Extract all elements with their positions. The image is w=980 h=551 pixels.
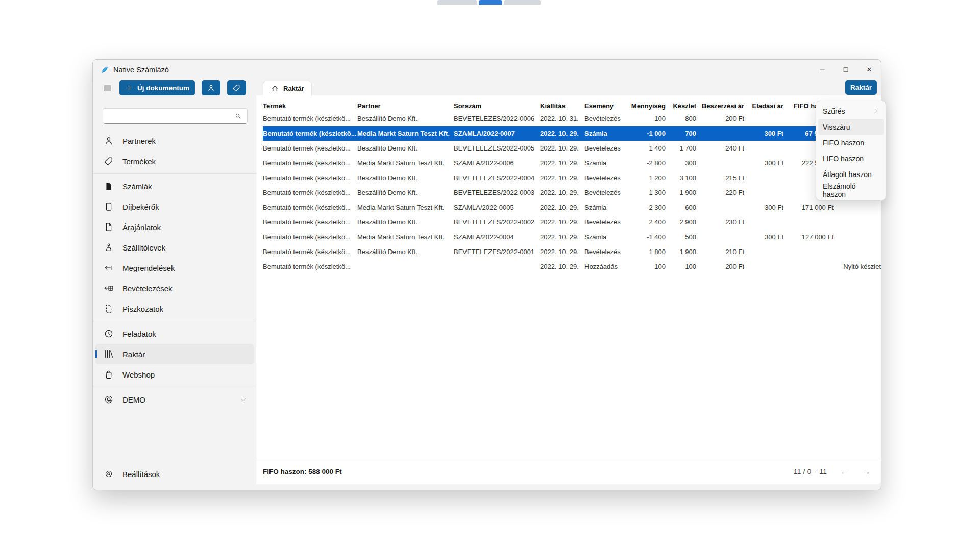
- main-area: Raktár Raktár TermékPartnerSorszámKiállí…: [256, 80, 881, 490]
- cell-keszlet: 800: [666, 115, 696, 122]
- menu-item-vissz-ru[interactable]: Visszáru: [818, 119, 884, 135]
- sidebar-item-raktar[interactable]: Raktár: [95, 344, 254, 364]
- next-page-icon[interactable]: →: [862, 467, 871, 477]
- sidebar-item-webshop[interactable]: Webshop: [95, 364, 254, 385]
- tab-label: Raktár: [283, 85, 304, 92]
- chevron-down-icon: [240, 396, 247, 403]
- hamburger-menu-button[interactable]: [98, 80, 116, 95]
- pagination-range: 11 / 0 – 11: [794, 468, 827, 475]
- products-quick-button[interactable]: [227, 80, 246, 95]
- cell-keszlet: 3 100: [666, 174, 696, 182]
- arrow-left-bar-icon: [104, 263, 114, 273]
- table-row[interactable]: Bemutató termék (készletkö...Media Markt…: [263, 156, 881, 170]
- sidebar-item-szamlak[interactable]: Számlák: [95, 176, 254, 196]
- close-icon[interactable]: ✕: [857, 60, 881, 79]
- sidebar-item-partnerek[interactable]: Partnerek: [95, 131, 254, 151]
- cell-termek: Bemutató termék (készletkö...: [263, 159, 357, 167]
- cell-kiallitas: 2022. 10. 29.: [540, 233, 584, 241]
- cell-mennyiseg: 1 400: [623, 144, 666, 152]
- cell-sorszam: BEVETELEZES/2022-0001: [454, 248, 540, 256]
- table-row[interactable]: Bemutató termék (készletkö...Media Markt…: [263, 200, 881, 215]
- cell-mennyiseg: 1 200: [623, 174, 666, 182]
- sidebar-toolbar: Új dokumentum: [98, 80, 256, 95]
- cell-esemeny: Számla: [584, 159, 623, 167]
- maximize-icon[interactable]: □: [834, 60, 857, 79]
- column-header-mennyiseg[interactable]: Mennyiség: [623, 102, 666, 110]
- cell-esemeny: Bevételezés: [584, 144, 623, 152]
- cell-partner: Beszállító Demo Kft.: [357, 248, 454, 256]
- sidebar-item-label: Termékek: [122, 157, 156, 166]
- search-input[interactable]: [103, 109, 234, 123]
- sidebar-item-feladatok[interactable]: Feladatok: [95, 323, 254, 344]
- table-row[interactable]: Bemutató termék (készletkö...Beszállító …: [263, 170, 881, 185]
- sidebar-item-megrendelesek[interactable]: Megrendelések: [95, 258, 254, 278]
- cell-keszlet: 300: [666, 159, 696, 167]
- cell-beszerzesi_ar: 215 Ft: [696, 174, 744, 182]
- cell-sorszam: BEVETELEZES/2022-0006: [454, 115, 540, 122]
- column-header-kiallitas[interactable]: Kiállítás: [540, 102, 584, 110]
- sidebar-item-label: DEMO: [122, 395, 145, 404]
- cell-termek: Bemutató termék (készletkö...: [263, 174, 357, 182]
- partners-quick-button[interactable]: [202, 80, 220, 95]
- hamburger-icon: [103, 83, 112, 93]
- tag-icon: [104, 156, 114, 166]
- cell-partner: Media Markt Saturn Teszt Kft.: [357, 159, 454, 167]
- menu-item-fifo-haszon[interactable]: FIFO haszon: [818, 135, 884, 151]
- menu-item-elsz-mol-haszon[interactable]: Elszámoló haszon: [818, 182, 884, 198]
- table-row[interactable]: Bemutató termék (készletkö...Media Markt…: [263, 126, 881, 141]
- sidebar-item-bevetelezesek[interactable]: Bevételezések: [95, 278, 254, 298]
- table-header: TermékPartnerSorszámKiállításEseményMenn…: [263, 100, 881, 111]
- sidebar-item-piszkozatok[interactable]: Piszkozatok: [95, 298, 254, 319]
- new-document-button[interactable]: Új dokumentum: [119, 80, 195, 95]
- column-header-sorszam[interactable]: Sorszám: [454, 102, 540, 110]
- chevron-right-icon: [872, 108, 879, 114]
- table-row[interactable]: Bemutató termék (készletkö...Beszállító …: [263, 215, 881, 230]
- person-icon: [207, 84, 215, 92]
- sidebar-item-beallitasok[interactable]: Beállítások: [95, 464, 254, 484]
- cell-beszerzesi_ar: 240 Ft: [696, 144, 744, 152]
- column-header-beszerzesi_ar[interactable]: Beszerzési ár: [696, 102, 744, 110]
- raktar-menu-button[interactable]: Raktár: [845, 80, 877, 95]
- cell-beszerzesi_ar: 210 Ft: [696, 248, 744, 256]
- sidebar-item-demo-account[interactable]: DEMO: [95, 389, 254, 410]
- column-header-termek[interactable]: Termék: [263, 102, 357, 110]
- cell-esemeny: Számla: [584, 130, 623, 137]
- sidebar-item-arajanlatok[interactable]: Árajánlatok: [95, 217, 254, 237]
- cell-keszlet: 600: [666, 204, 696, 211]
- cell-termek: Bemutató termék (készletkö...: [263, 233, 357, 241]
- menu-item-label: LIFO haszon: [823, 155, 864, 163]
- tab-raktar[interactable]: Raktár: [263, 81, 312, 96]
- sidebar-item-label: Piszkozatok: [122, 305, 163, 313]
- document-folded-icon: [104, 222, 114, 232]
- sidebar-item-label: Díjbekérők: [122, 203, 159, 211]
- table-row[interactable]: Bemutató termék (készletkö...2022. 10. 2…: [263, 259, 881, 274]
- cell-mennyiseg: -1 400: [623, 233, 666, 241]
- sidebar-item-termekek[interactable]: Termékek: [95, 151, 254, 171]
- cell-keszlet: 500: [666, 233, 696, 241]
- background-tab: [437, 0, 477, 5]
- menu-item-lifo-haszon[interactable]: LIFO haszon: [818, 151, 884, 166]
- sidebar-item-szallitolevek[interactable]: Szállítólevek: [95, 237, 254, 258]
- table-row[interactable]: Bemutató termék (készletkö...Beszállító …: [263, 244, 881, 259]
- cell-fifo_haszon: 171 000 Ft: [783, 204, 834, 211]
- column-header-keszlet[interactable]: Készlet: [666, 102, 696, 110]
- cell-eladasi_ar: 300 Ft: [744, 204, 783, 211]
- cell-termek: Bemutató termék (készletkö...: [263, 130, 357, 137]
- cell-sorszam: BEVETELEZES/2022-0002: [454, 218, 540, 226]
- previous-page-icon[interactable]: ←: [840, 467, 849, 477]
- column-header-partner[interactable]: Partner: [357, 102, 454, 110]
- table-row[interactable]: Bemutató termék (készletkö...Beszállító …: [263, 185, 881, 200]
- cell-mennyiseg: 100: [623, 263, 666, 270]
- sidebar-item-dijbekerok[interactable]: Díjbekérők: [95, 196, 254, 217]
- table-row[interactable]: Bemutató termék (készletkö...Beszállító …: [263, 141, 881, 156]
- cell-kiallitas: 2022. 10. 29.: [540, 159, 584, 167]
- minimize-icon[interactable]: ─: [811, 60, 834, 79]
- menu-item--tlagolt-haszon[interactable]: Átlagolt haszon: [818, 166, 884, 182]
- cell-kiallitas: 2022. 10. 29.: [540, 174, 584, 182]
- cell-sorszam: SZAMLA/2022-0006: [454, 159, 540, 167]
- table-row[interactable]: Bemutató termék (készletkö...Media Markt…: [263, 230, 881, 244]
- column-header-eladasi_ar[interactable]: Eladási ár: [744, 102, 783, 110]
- column-header-esemeny[interactable]: Esemény: [584, 102, 623, 110]
- table-row[interactable]: Bemutató termék (készletkö...Beszállító …: [263, 111, 881, 126]
- menu-item-sz-r-s[interactable]: Szűrés: [818, 103, 884, 119]
